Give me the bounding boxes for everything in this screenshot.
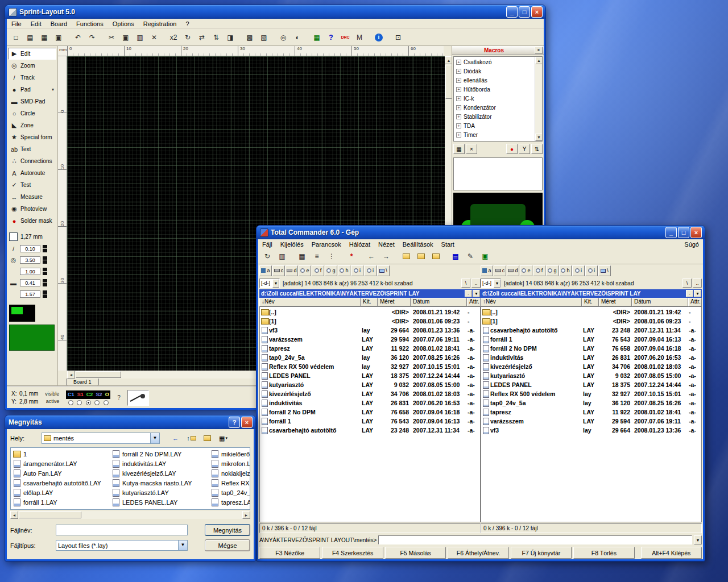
new-folder-icon[interactable] xyxy=(201,433,214,444)
command-input[interactable] xyxy=(378,535,692,544)
forward-icon[interactable]: → xyxy=(379,250,393,263)
layer-label[interactable]: C2 xyxy=(86,392,93,397)
layer-radio[interactable] xyxy=(104,400,109,405)
tool-text[interactable]: ab Text xyxy=(8,143,56,155)
close-button[interactable]: × xyxy=(241,417,253,428)
close-button[interactable]: × xyxy=(531,6,543,18)
drive-combo[interactable]: [-d-]▼ xyxy=(481,278,501,288)
macros-toggle-icon[interactable]: M xyxy=(353,31,366,44)
print-icon[interactable]: ▣ xyxy=(52,31,65,44)
column-header-size[interactable]: Méret xyxy=(599,298,632,306)
drive-button[interactable]: d xyxy=(507,265,519,276)
menu-item[interactable]: File xyxy=(7,19,26,28)
file-row[interactable]: [1] <DIR> 2008.01.06 09:23 - xyxy=(482,317,701,326)
layer-radio[interactable] xyxy=(68,400,73,405)
file-row[interactable]: kivezérlésjelző LAY 34 706 2008.01.02 18… xyxy=(482,362,701,371)
list-item[interactable]: forráll 2 No DPM.LAY xyxy=(112,449,210,459)
grid-setting[interactable]: 1,27 mm xyxy=(9,232,55,241)
track-width-value[interactable]: 0.10 xyxy=(20,245,40,252)
root-dir-button[interactable]: \ xyxy=(682,278,692,288)
list-item[interactable]: kutyariasztó.LAY xyxy=(112,488,210,497)
drive-button[interactable]: f xyxy=(312,265,324,276)
layer-label[interactable]: O xyxy=(105,392,109,397)
back-icon[interactable]: ← xyxy=(365,250,378,263)
pad-diameter-value[interactable]: 3.50 xyxy=(20,256,40,264)
chevron-down-icon[interactable]: ▼ xyxy=(494,279,500,288)
mirror-vertical-icon[interactable]: ⇅ xyxy=(209,31,223,44)
copy-icon[interactable]: ▣ xyxy=(119,31,133,44)
edit-icon[interactable]: ✎ xyxy=(464,250,477,263)
layer-radio[interactable] xyxy=(77,400,82,405)
board-tab[interactable]: Board 1 xyxy=(66,379,99,386)
layer-check-icon[interactable]: ▦ xyxy=(310,31,324,44)
element-preview[interactable] xyxy=(127,390,149,406)
layer-radio[interactable] xyxy=(94,400,100,405)
drive-button[interactable]: i xyxy=(364,265,377,276)
command-history-icon[interactable]: ▼ xyxy=(694,535,702,544)
refresh-icon[interactable]: ↻ xyxy=(260,250,274,263)
column-header-name[interactable]: ↓Név xyxy=(259,298,361,306)
filename-input[interactable] xyxy=(56,525,188,535)
macro-item[interactable]: + Diódák xyxy=(454,66,534,76)
ftp-connect-icon[interactable] xyxy=(399,250,413,263)
new-icon[interactable]: □ xyxy=(9,31,23,44)
board-color-swatch[interactable] xyxy=(9,325,55,351)
column-header-name[interactable]: ↑Név xyxy=(481,298,582,306)
root-dir-button[interactable]: \ xyxy=(461,278,470,288)
function-key-button[interactable]: F4 Szerkesztés xyxy=(322,547,383,559)
list-item[interactable]: tap0_24v_ xyxy=(211,488,250,497)
file-row[interactable]: Reflex RX 500 védelem lay 32 927 2007.10… xyxy=(482,389,701,398)
list-item[interactable]: tapresz.LAY xyxy=(211,497,250,507)
duplicate-icon[interactable]: x2 xyxy=(167,31,180,44)
macro-item[interactable]: + ellenállás xyxy=(454,76,534,85)
track-width-spinner[interactable] xyxy=(43,245,47,252)
footprint-icon[interactable]: ⊡ xyxy=(391,31,405,44)
macro-item[interactable]: + Stabilizátor xyxy=(454,112,534,121)
scroll-thumb[interactable] xyxy=(76,371,121,378)
back-icon[interactable]: ← xyxy=(169,433,182,444)
left-path-bar[interactable]: d:\Zoli cuccai\ELEKTRONIKA\NYÁKTERVEZŐ\S… xyxy=(259,289,481,298)
layer-radio[interactable] xyxy=(86,400,91,405)
menu-item[interactable]: ? xyxy=(181,19,193,28)
gerber-icon[interactable]: ▧ xyxy=(257,31,271,44)
file-row[interactable]: LEDES PANEL LAY 18 375 2007.12.24 14:44 … xyxy=(482,380,701,389)
paste-icon[interactable]: ▥ xyxy=(133,31,147,44)
column-header-attr[interactable]: Attr. xyxy=(688,298,702,306)
info-icon[interactable]: i xyxy=(372,31,386,44)
file-row[interactable]: tapresz LAY 11 922 2008.01.02 18:41 -a- xyxy=(482,408,701,417)
function-key-button[interactable]: F7 Új könyvtár xyxy=(511,547,572,559)
list-horizontal-scrollbar[interactable]: ◄ ► xyxy=(10,511,250,519)
drive-button[interactable]: f xyxy=(533,265,545,276)
drive-button[interactable]: i xyxy=(572,265,585,276)
notepad-icon[interactable]: ▤ xyxy=(449,250,462,263)
chevron-down-icon[interactable]: ▼ xyxy=(178,541,187,550)
tree-view-icon[interactable]: ⋮ xyxy=(325,250,338,263)
drc-icon[interactable]: DRC xyxy=(338,31,352,44)
list-item[interactable]: Reflex RX 5 xyxy=(211,478,250,488)
ground-plane-icon[interactable]: ▩ xyxy=(243,31,257,44)
flip-board-icon[interactable]: ◨ xyxy=(224,31,237,44)
drive-button[interactable]: \ xyxy=(377,265,390,276)
tool-smd-pad[interactable]: ▬ SMD-Pad xyxy=(8,95,56,107)
parent-dir-button[interactable]: .. xyxy=(471,278,481,288)
favorites-icon[interactable]: * xyxy=(345,250,358,263)
drive-button[interactable]: a xyxy=(481,265,493,276)
drive-combo[interactable]: [-d-]▼ xyxy=(259,278,280,288)
scroll-left-icon[interactable]: ◄ xyxy=(67,371,75,379)
menu-item[interactable]: Edit xyxy=(26,19,46,28)
macro-pins-icon[interactable]: Y xyxy=(519,144,530,154)
pad-hole-spinner[interactable] xyxy=(43,268,47,275)
macro-item[interactable]: + IC-k xyxy=(454,94,534,103)
drive-button[interactable]: i xyxy=(351,265,363,276)
menu-item[interactable]: Options xyxy=(108,19,139,28)
mirror-horizontal-icon[interactable]: ⇄ xyxy=(195,31,209,44)
file-row[interactable]: forráll 1 LAY 76 543 2007.09.04 16:13 -a… xyxy=(482,335,701,344)
photoview-icon[interactable]: ◐ xyxy=(291,31,304,44)
file-row[interactable]: vf3 lay 29 664 2008.01.23 13:36 -a- xyxy=(260,326,480,335)
history-button[interactable]: ▼ xyxy=(694,290,701,297)
smd-width-spinner[interactable] xyxy=(43,279,47,286)
tool-test[interactable]: ✓ Test xyxy=(8,179,56,191)
tool-photoview[interactable]: ◉ Photoview xyxy=(8,203,56,215)
history-button[interactable]: ▼ xyxy=(473,290,480,297)
list-item[interactable]: mikielőerősí xyxy=(211,449,250,459)
